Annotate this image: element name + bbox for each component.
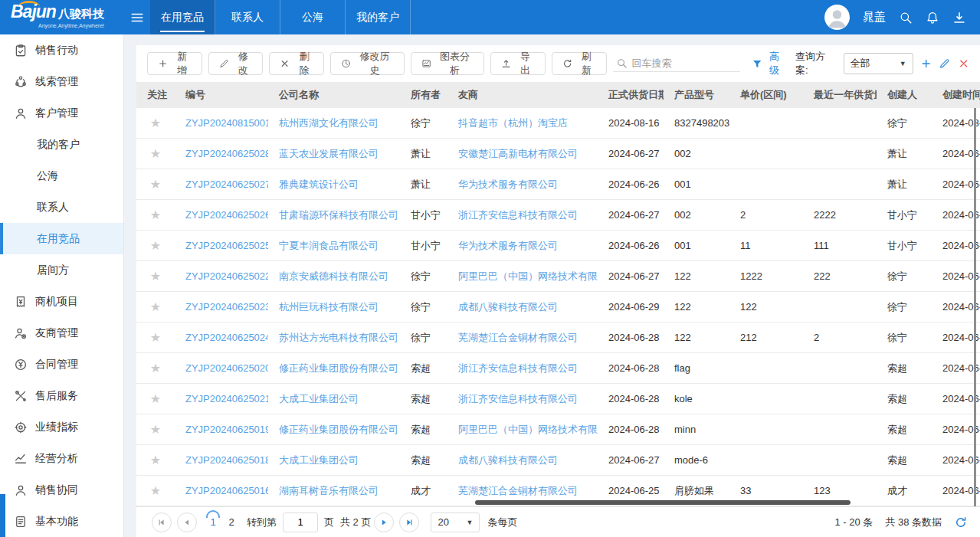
horizontal-scrollbar[interactable]: [475, 500, 851, 505]
table-row[interactable]: ZYJP20240625027 雅典建筑设计公司 萧让 华为技术服务有限公司 2…: [136, 169, 980, 200]
last-page-button[interactable]: [399, 512, 419, 532]
vertical-scrollbar[interactable]: [974, 108, 976, 506]
cell-friend[interactable]: 阿里巴巴（中国）网络技术有限...: [447, 423, 598, 437]
sidebar-item[interactable]: 销售协同: [0, 474, 123, 506]
page-number[interactable]: 2: [222, 516, 241, 528]
reload-icon[interactable]: [954, 516, 968, 529]
star-icon[interactable]: [136, 330, 175, 345]
cell-code[interactable]: ZYJP20240625021: [175, 393, 268, 404]
search-icon[interactable]: [899, 11, 913, 25]
table-row[interactable]: ZYJP20240625018 大成工业集团公司 索超 成都八骏科技有限公司 2…: [136, 445, 980, 476]
menu-toggle-button[interactable]: [124, 0, 150, 34]
table-row[interactable]: ZYJP20240625026 甘肃瑞源环保科技有限公司 甘小宁 浙江齐安信息科…: [136, 200, 980, 231]
cell-friend[interactable]: 抖音超市（杭州）淘宝店: [447, 116, 598, 130]
topbar-tab[interactable]: 我的客户: [346, 0, 411, 34]
notification-bell-icon[interactable]: [926, 11, 939, 25]
cell-code[interactable]: ZYJP20240625020: [175, 362, 268, 374]
delete-scheme-button[interactable]: [958, 57, 969, 70]
star-icon[interactable]: [136, 269, 175, 283]
search-input[interactable]: [632, 57, 733, 69]
cell-company[interactable]: 修正药业集团股份有限公司: [268, 362, 400, 375]
cell-friend[interactable]: 阿里巴巴（中国）网络技术有限...: [447, 270, 598, 283]
filter-funnel-icon[interactable]: [752, 58, 762, 70]
star-icon[interactable]: [136, 300, 175, 314]
star-icon[interactable]: [136, 177, 175, 192]
topbar-tab[interactable]: 在用竞品: [150, 0, 215, 34]
table-row[interactable]: ZYJP20240625024 苏州达方光电科技有限公司 徐宁 芜湖楚江合金铜材…: [136, 323, 980, 353]
sidebar-item[interactable]: 线索管理: [0, 66, 123, 97]
cell-code[interactable]: ZYJP20240815001: [175, 117, 268, 129]
sidebar-item[interactable]: 经营分析: [0, 443, 123, 474]
table-row[interactable]: ZYJP20240625021 大成工业集团公司 索超 浙江齐安信息科技有限公司…: [136, 384, 980, 414]
page-number[interactable]: 1: [204, 516, 222, 528]
column-header[interactable]: 关注: [136, 88, 175, 102]
first-page-button[interactable]: [152, 512, 172, 532]
cell-code[interactable]: ZYJP20240625026: [175, 209, 268, 221]
cell-friend[interactable]: 安徽楚江高新电材有限公司: [447, 147, 598, 161]
sidebar-item[interactable]: 合同管理: [0, 349, 123, 380]
column-header[interactable]: 创建人: [877, 88, 932, 102]
column-header[interactable]: 创建时间: [932, 88, 980, 102]
cell-code[interactable]: ZYJP20240625024: [175, 332, 268, 343]
cell-company[interactable]: 苏州达方光电科技有限公司: [268, 331, 400, 345]
star-icon[interactable]: [136, 453, 175, 467]
table-row[interactable]: ZYJP20240815001 杭州西湖文化有限公司 徐宁 抖音超市（杭州）淘宝…: [136, 108, 980, 139]
cell-code[interactable]: ZYJP20240625016: [175, 485, 268, 496]
sidebar-item[interactable]: 业绩指标: [0, 411, 123, 443]
cell-company[interactable]: 雅典建筑设计公司: [268, 178, 400, 192]
star-icon[interactable]: [136, 238, 175, 253]
sidebar-item[interactable]: 友商管理: [0, 317, 123, 349]
table-row[interactable]: ZYJP20240625025 宁夏丰润食品有限公司 甘小宁 华为技术服务有限公…: [136, 231, 980, 261]
sidebar-item[interactable]: 销售行动: [0, 34, 123, 66]
sidebar-item[interactable]: 售后服务: [0, 380, 123, 411]
advanced-search-link[interactable]: 高级: [769, 50, 788, 77]
cell-company[interactable]: 宁夏丰润食品有限公司: [268, 239, 400, 253]
column-header[interactable]: 单价(区间): [729, 88, 803, 102]
cell-friend[interactable]: 华为技术服务有限公司: [447, 178, 598, 192]
page-size-select[interactable]: 20 ▼: [431, 512, 480, 532]
sidebar-item[interactable]: 联系人: [0, 192, 123, 223]
table-row[interactable]: ZYJP20240625023 杭州巨玩科技有限公司 徐宁 成都八骏科技有限公司…: [136, 292, 980, 323]
cell-company[interactable]: 大成工业集团公司: [268, 392, 400, 406]
cell-friend[interactable]: 成都八骏科技有限公司: [447, 454, 598, 467]
cell-company[interactable]: 南京安威德科技有限公司: [268, 270, 400, 283]
toolbar-button[interactable]: 修改: [208, 52, 264, 75]
cell-friend[interactable]: 浙江齐安信息科技有限公司: [447, 392, 598, 406]
sidebar-item[interactable]: 我的客户: [0, 129, 123, 160]
cell-company[interactable]: 杭州西湖文化有限公司: [268, 116, 400, 130]
cell-company[interactable]: 杭州巨玩科技有限公司: [268, 300, 400, 314]
goto-page-input[interactable]: [283, 512, 318, 532]
column-header[interactable]: 公司名称: [268, 88, 400, 102]
column-header[interactable]: 正式供货日期: [598, 88, 664, 102]
star-icon[interactable]: [136, 391, 175, 406]
cell-code[interactable]: ZYJP20240625022: [175, 270, 268, 282]
prev-page-button[interactable]: [177, 512, 197, 532]
cell-company[interactable]: 湖南耳树音乐有限公司: [268, 484, 400, 498]
star-icon[interactable]: [136, 422, 175, 437]
edit-scheme-button[interactable]: [939, 57, 950, 70]
table-row[interactable]: ZYJP20240625022 南京安威德科技有限公司 徐宁 阿里巴巴（中国）网…: [136, 261, 980, 292]
user-avatar[interactable]: [824, 5, 850, 30]
toolbar-button[interactable]: 新增: [147, 52, 202, 75]
cell-code[interactable]: ZYJP20240625028: [175, 148, 268, 159]
topbar-tab[interactable]: 公海: [280, 0, 346, 34]
sidebar-item[interactable]: 在用竞品: [0, 223, 123, 254]
download-icon[interactable]: [952, 11, 966, 25]
sidebar-item[interactable]: 商机项目: [0, 286, 123, 317]
cell-code[interactable]: ZYJP20240625027: [175, 178, 268, 190]
table-row[interactable]: ZYJP20240625020 修正药业集团股份有限公司 索超 浙江齐安信息科技…: [136, 353, 980, 384]
column-header[interactable]: 编号: [175, 88, 268, 102]
cell-friend[interactable]: 华为技术服务有限公司: [447, 239, 598, 253]
cell-company[interactable]: 蓝天农业发展有限公司: [268, 147, 400, 161]
toolbar-button[interactable]: 刷新: [552, 52, 607, 75]
cell-company[interactable]: 修正药业集团股份有限公司: [268, 423, 400, 437]
cell-company[interactable]: 大成工业集团公司: [268, 454, 400, 467]
cell-friend[interactable]: 浙江齐安信息科技有限公司: [447, 362, 598, 375]
cell-code[interactable]: ZYJP20240625018: [175, 454, 268, 466]
column-header[interactable]: 友商: [447, 88, 598, 102]
add-scheme-button[interactable]: [920, 57, 932, 70]
sidebar-item[interactable]: 公海: [0, 160, 123, 192]
cell-friend[interactable]: 芜湖楚江合金铜材有限公司: [447, 331, 598, 345]
column-header[interactable]: 最近一年供货量: [803, 88, 877, 102]
star-icon[interactable]: [136, 116, 175, 130]
